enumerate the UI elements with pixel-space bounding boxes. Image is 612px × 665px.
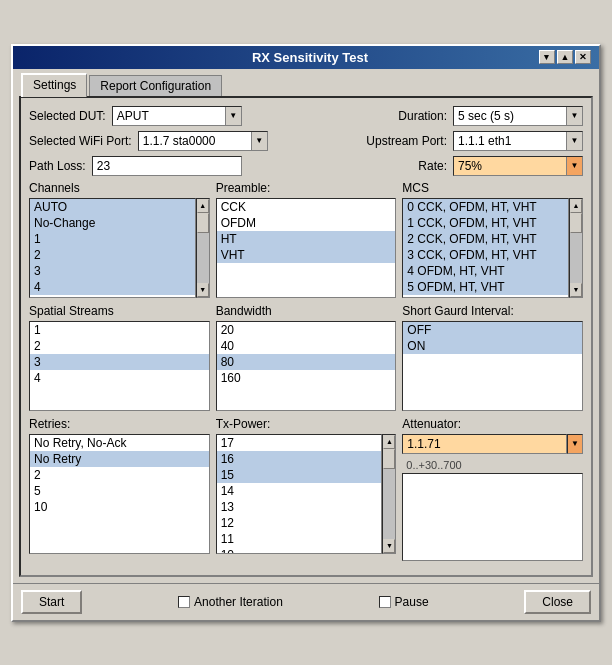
- bandwidth-col: Bandwidth 20 40 80 160: [216, 304, 397, 411]
- tab-report-configuration[interactable]: Report Configuration: [89, 75, 222, 96]
- scroll-thumb[interactable]: [570, 213, 582, 233]
- scroll-thumb[interactable]: [197, 213, 209, 233]
- scroll-up[interactable]: ▲: [570, 199, 582, 213]
- preamble-listbox[interactable]: CCK OFDM HT VHT: [216, 198, 397, 298]
- scroll-down[interactable]: ▼: [570, 283, 582, 297]
- list-item[interactable]: 2 CCK, OFDM, HT, VHT: [403, 231, 568, 247]
- list-item[interactable]: 3: [30, 354, 209, 370]
- list-item[interactable]: ON: [403, 338, 582, 354]
- channels-scrollbar[interactable]: ▲ ▼: [196, 198, 210, 298]
- attenuator-arrow[interactable]: ▼: [567, 434, 583, 454]
- attenuator-label: Attenuator:: [402, 417, 583, 431]
- list-item[interactable]: 16: [217, 451, 382, 467]
- upstream-dropdown[interactable]: 1.1.1 eth1 ▼: [453, 131, 583, 151]
- list-item[interactable]: 10: [217, 547, 382, 554]
- list-item[interactable]: 17: [217, 435, 382, 451]
- list-item[interactable]: No Retry, No-Ack: [30, 435, 209, 451]
- guard-listbox[interactable]: OFF ON: [402, 321, 583, 411]
- start-button[interactable]: Start: [21, 590, 82, 614]
- scroll-down[interactable]: ▼: [383, 539, 395, 553]
- minimize-button[interactable]: ▾: [539, 50, 555, 64]
- attenuator-col: Attenuator: 1.1.71 ▼ 0..+30..700: [402, 417, 583, 561]
- txpower-listbox[interactable]: 17 16 15 14 13 12 11 10 9 8: [216, 434, 383, 554]
- another-iteration-checkbox[interactable]: [178, 596, 190, 608]
- main-window: RX Sensitivity Test ▾ ▲ ✕ Settings Repor…: [11, 44, 601, 622]
- maximize-button[interactable]: ▲: [557, 50, 573, 64]
- list-item[interactable]: 2: [30, 338, 209, 354]
- list-item[interactable]: 14: [217, 483, 382, 499]
- txpower-scrollbar[interactable]: ▲ ▼: [382, 434, 396, 554]
- path-loss-input[interactable]: [92, 156, 242, 176]
- list-item[interactable]: 80: [217, 354, 396, 370]
- upstream-arrow[interactable]: ▼: [566, 132, 582, 150]
- guard-label: Short Gaurd Interval:: [402, 304, 583, 318]
- list-item[interactable]: OFDM: [217, 215, 396, 231]
- attenuator-value: 1.1.71: [403, 435, 566, 453]
- list-item[interactable]: 5 OFDM, HT, VHT: [403, 279, 568, 295]
- selected-dut-arrow[interactable]: ▼: [225, 107, 241, 125]
- list-item[interactable]: 2: [30, 247, 195, 263]
- spatial-listbox[interactable]: 1 2 3 4: [29, 321, 210, 411]
- spatial-label: Spatial Streams: [29, 304, 210, 318]
- list-item[interactable]: 4: [30, 279, 195, 295]
- list-item[interactable]: 5: [30, 483, 209, 499]
- list-item[interactable]: CCK: [217, 199, 396, 215]
- rate-dropdown[interactable]: 75% ▼: [453, 156, 583, 176]
- list-item[interactable]: 4 OFDM, HT, VHT: [403, 263, 568, 279]
- selected-dut-dropdown[interactable]: APUT ▼: [112, 106, 242, 126]
- duration-arrow[interactable]: ▼: [566, 107, 582, 125]
- list-item[interactable]: 11: [217, 531, 382, 547]
- tab-content: Selected DUT: APUT ▼ Duration: 5 sec (5 …: [19, 96, 593, 577]
- list-item[interactable]: 1 CCK, OFDM, HT, VHT: [403, 215, 568, 231]
- mcs-scrollbar[interactable]: ▲ ▼: [569, 198, 583, 298]
- txpower-label: Tx-Power:: [216, 417, 397, 431]
- list-item[interactable]: 0 CCK, OFDM, HT, VHT: [403, 199, 568, 215]
- duration-dropdown[interactable]: 5 sec (5 s) ▼: [453, 106, 583, 126]
- attenuator-listbox[interactable]: [402, 473, 583, 561]
- list-item[interactable]: 15: [217, 467, 382, 483]
- list-item[interactable]: 4: [30, 370, 209, 386]
- retries-listbox[interactable]: No Retry, No-Ack No Retry 2 5 10: [29, 434, 210, 554]
- list-item[interactable]: 20: [217, 322, 396, 338]
- list-item[interactable]: 3 CCK, OFDM, HT, VHT: [403, 247, 568, 263]
- list-item[interactable]: 1: [30, 231, 195, 247]
- selected-wifi-arrow[interactable]: ▼: [251, 132, 267, 150]
- scroll-up[interactable]: ▲: [383, 435, 395, 449]
- scroll-track: [570, 213, 582, 283]
- list-item[interactable]: OFF: [403, 322, 582, 338]
- list-item[interactable]: VHT: [217, 247, 396, 263]
- close-window-button[interactable]: ✕: [575, 50, 591, 64]
- mcs-listbox[interactable]: 0 CCK, OFDM, HT, VHT 1 CCK, OFDM, HT, VH…: [402, 198, 569, 298]
- rate-arrow[interactable]: ▼: [566, 157, 582, 175]
- list-item[interactable]: No Retry: [30, 451, 209, 467]
- list-item[interactable]: No-Change: [30, 215, 195, 231]
- list-item[interactable]: 2: [30, 467, 209, 483]
- preamble-label: Preamble:: [216, 181, 397, 195]
- list-item[interactable]: 13: [217, 499, 382, 515]
- close-button[interactable]: Close: [524, 590, 591, 614]
- channels-listbox-container: AUTO No-Change 1 2 3 4 ▲ ▼: [29, 198, 210, 298]
- list-item[interactable]: 10: [30, 499, 209, 515]
- scroll-down[interactable]: ▼: [197, 283, 209, 297]
- bottom-bar: Start Another Iteration Pause Close: [13, 583, 599, 620]
- list-item[interactable]: 40: [217, 338, 396, 354]
- attenuator-dropdown[interactable]: 1.1.71: [402, 434, 567, 454]
- tab-settings[interactable]: Settings: [21, 73, 87, 97]
- list-item[interactable]: 160: [217, 370, 396, 386]
- selected-wifi-dropdown[interactable]: 1.1.7 sta0000 ▼: [138, 131, 268, 151]
- scroll-up[interactable]: ▲: [197, 199, 209, 213]
- title-bar: RX Sensitivity Test ▾ ▲ ✕: [13, 46, 599, 69]
- list-item[interactable]: 12: [217, 515, 382, 531]
- list-item[interactable]: HT: [217, 231, 396, 247]
- list-item[interactable]: 3: [30, 263, 195, 279]
- list-item[interactable]: AUTO: [30, 199, 195, 215]
- bandwidth-listbox[interactable]: 20 40 80 160: [216, 321, 397, 411]
- list-item[interactable]: 1: [30, 322, 209, 338]
- rate-label: Rate:: [418, 159, 447, 173]
- pause-group: Pause: [379, 595, 429, 609]
- pause-checkbox[interactable]: [379, 596, 391, 608]
- spatial-bandwidth-guard: Spatial Streams 1 2 3 4 Bandwidth 20 40 …: [29, 304, 583, 411]
- channels-listbox[interactable]: AUTO No-Change 1 2 3 4: [29, 198, 196, 298]
- scroll-thumb[interactable]: [383, 449, 395, 469]
- txpower-listbox-container: 17 16 15 14 13 12 11 10 9 8 ▲: [216, 434, 397, 554]
